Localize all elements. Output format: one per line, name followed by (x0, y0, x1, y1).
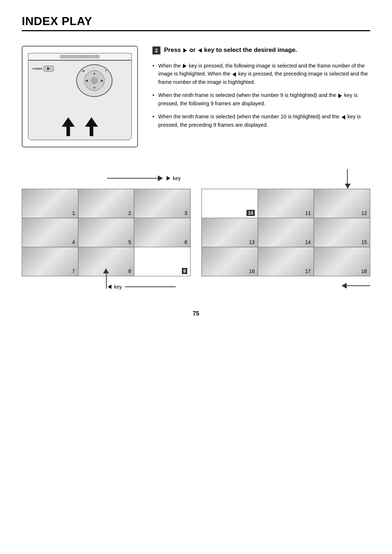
up-arrow-left-head (62, 117, 75, 127)
step-title-or: or (189, 46, 196, 53)
left-up-arrow (103, 268, 109, 273)
camera-grip (60, 55, 100, 58)
cell-1: 1 (22, 189, 78, 218)
fwd-tri-right (167, 176, 170, 180)
t-label: T (105, 69, 107, 73)
cell-6: 6 (134, 218, 191, 247)
step-title-rest: key to select the desired image. (204, 46, 297, 53)
cell-18: 18 (314, 247, 370, 276)
right-down-arrow (345, 184, 351, 189)
cell-17: 17 (258, 247, 314, 276)
instructions-area: 2 Press or key to select the desired ima… (152, 46, 370, 147)
cell-number-8: 8 (128, 268, 131, 274)
cell-number-6: 6 (184, 239, 187, 245)
cell-13: 13 (202, 218, 258, 247)
bullet-item-3: When the tenth frame is selected (when t… (152, 113, 370, 129)
up-arrow-right-stem (90, 127, 93, 136)
cell-number-18: 18 (361, 268, 367, 274)
step-title: Press or key to select the desired image… (164, 46, 297, 54)
cell-number-2: 2 (128, 210, 131, 216)
dial-center (91, 77, 98, 84)
cell-number-11: 11 (305, 210, 311, 216)
cell-11: 11 (258, 189, 314, 218)
camera-illustration: POWER W T ▲ (22, 46, 138, 147)
power-play-icon (47, 67, 50, 70)
w-label: W (82, 69, 85, 73)
cell-number-5: 5 (128, 239, 131, 245)
step-section: POWER W T ▲ (22, 46, 370, 147)
power-button-area: POWER (33, 66, 54, 72)
right-back-arrow-area (342, 283, 370, 289)
up-arrow-right (85, 117, 98, 136)
cell-9-highlighted: 9 (134, 247, 191, 276)
grids-row: 1 2 3 4 5 6 7 8 9 10 11 (22, 189, 370, 276)
top-horiz-line (107, 178, 158, 179)
arrow-left-indicator: ◀ (85, 79, 88, 82)
page-title: INDEX PLAY (22, 15, 370, 28)
arrow-up-indicator: ▲ (93, 72, 96, 75)
left-arrow-icon (198, 48, 202, 53)
page-container: INDEX PLAY POWER (0, 0, 392, 554)
cell-3: 3 (134, 189, 191, 218)
top-arrow-line: key (107, 175, 181, 181)
title-divider (22, 30, 370, 31)
cell-number-7: 7 (72, 268, 75, 274)
grid-row-2-right: 13 14 15 (202, 218, 370, 247)
cell-number-3: 3 (184, 210, 187, 216)
forward-key-text: key (173, 175, 181, 181)
right-grid: 10 11 12 13 14 15 16 17 18 (201, 189, 370, 276)
top-arrow-head (158, 175, 163, 181)
diagram-section: key 1 2 3 4 5 6 7 (22, 169, 370, 296)
up-arrow-right-head (85, 117, 98, 127)
cell-number-17: 17 (305, 268, 311, 274)
page-number: 75 (22, 310, 370, 317)
cell-16: 16 (202, 247, 258, 276)
bullet-list: When the key is pressed, the following i… (152, 62, 370, 129)
top-arrow-row: key (22, 169, 370, 187)
tri-left-1 (232, 72, 236, 77)
tri-left-2 (342, 115, 345, 119)
cell-number-1: 1 (72, 210, 75, 216)
cell-14: 14 (258, 218, 314, 247)
cell-15: 15 (314, 218, 370, 247)
arrow-down-indicator: ▼ (93, 86, 96, 90)
cell-10-highlighted: 10 (202, 189, 258, 218)
cell-number-15: 15 (361, 239, 367, 245)
grid-row-1-right: 10 11 12 (202, 189, 370, 218)
cell-7: 7 (22, 247, 78, 276)
bottom-horiz-line (125, 286, 176, 287)
right-back-line (347, 285, 370, 286)
cell-number-9: 9 (182, 268, 187, 274)
grid-row-1: 1 2 3 (22, 189, 191, 218)
power-label: POWER (33, 68, 42, 70)
bullet-item-2: When the ninth frame is selected (when t… (152, 91, 370, 107)
camera-dial-outer: W T ▲ ▼ ◀ ▶ (76, 64, 113, 97)
back-key-label-area: key (107, 284, 122, 290)
camera-main-body: POWER W T ▲ (28, 60, 132, 140)
cell-number-12: 12 (361, 210, 367, 216)
camera-top (28, 53, 132, 60)
step-badge: 2 (152, 46, 160, 54)
grid-row-3-right: 16 17 18 (202, 247, 370, 276)
cell-4: 4 (22, 218, 78, 247)
cell-12: 12 (314, 189, 370, 218)
cell-number-13: 13 (249, 239, 255, 245)
forward-key-label-area: key (166, 175, 181, 181)
tri-right-2 (338, 94, 342, 98)
up-arrows-area (62, 117, 98, 136)
right-back-arrow-head (342, 283, 347, 289)
grid-row-2: 4 5 6 (22, 218, 191, 247)
cell-number-10: 10 (246, 210, 254, 216)
right-arrow-icon (183, 48, 187, 53)
back-key-text: key (114, 284, 122, 290)
back-tri-left (108, 285, 111, 289)
camera-dial-inner: ▲ ▼ ◀ ▶ (84, 70, 105, 91)
up-arrow-left-stem (66, 127, 70, 136)
cell-number-14: 14 (305, 239, 311, 245)
step-title-press: Press (164, 46, 181, 53)
cell-2: 2 (78, 189, 134, 218)
step-header: 2 Press or key to select the desired ima… (152, 46, 370, 54)
power-button (44, 66, 54, 72)
arrow-right-indicator: ▶ (101, 79, 103, 82)
up-arrow-left (62, 117, 75, 136)
